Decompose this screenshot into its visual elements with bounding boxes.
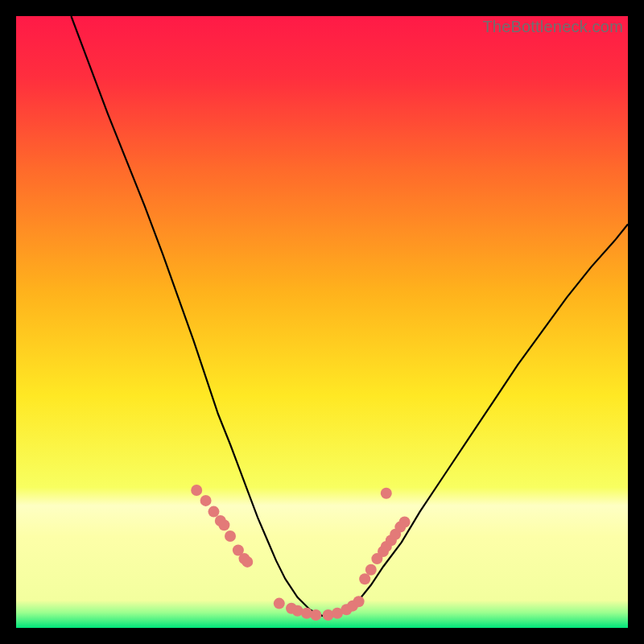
data-point (200, 495, 212, 506)
data-point (208, 506, 219, 518)
data-point (242, 556, 253, 568)
watermark-text: TheBottleneck.com (482, 18, 623, 36)
data-point (225, 530, 236, 542)
data-point (218, 519, 229, 530)
data-point (359, 573, 370, 584)
bottleneck-chart (16, 16, 628, 628)
data-point (274, 598, 285, 609)
data-point (381, 488, 392, 499)
chart-frame: TheBottleneck.com (16, 16, 628, 628)
data-point (353, 596, 365, 607)
data-point (365, 564, 377, 576)
data-point (310, 609, 321, 621)
data-point (399, 517, 411, 528)
data-point (191, 485, 202, 496)
gradient-background (16, 16, 628, 628)
